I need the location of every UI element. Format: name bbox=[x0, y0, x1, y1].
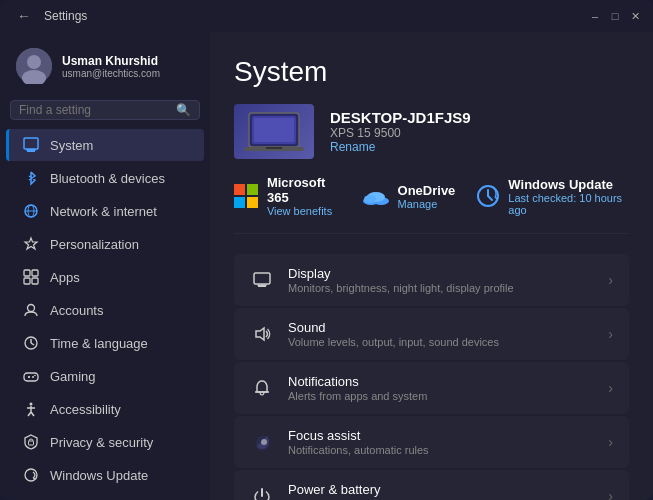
nav-icon-privacy bbox=[22, 433, 40, 451]
device-card: DESKTOP-JD1FJS9 XPS 15 9500 Rename bbox=[234, 104, 629, 159]
settings-subtitle-focus: Notifications, automatic rules bbox=[288, 444, 594, 456]
svg-rect-38 bbox=[247, 197, 258, 208]
winupdate-text: Windows Update Last checked: 10 hours ag… bbox=[508, 177, 629, 216]
title-bar-left: ← Settings bbox=[12, 4, 87, 28]
svg-rect-17 bbox=[24, 373, 38, 381]
nav-icon-update bbox=[22, 466, 40, 484]
device-info: DESKTOP-JD1FJS9 XPS 15 9500 Rename bbox=[330, 109, 471, 154]
settings-subtitle-notifications: Alerts from apps and system bbox=[288, 390, 594, 402]
back-button[interactable]: ← bbox=[12, 4, 36, 28]
svg-point-20 bbox=[32, 376, 34, 378]
maximize-button[interactable]: □ bbox=[609, 10, 621, 22]
nav-icon-apps bbox=[22, 268, 40, 286]
onedrive-icon bbox=[362, 182, 390, 210]
settings-icon-power bbox=[250, 484, 274, 500]
settings-title-power: Power & battery bbox=[288, 482, 594, 497]
window-title: Settings bbox=[44, 9, 87, 23]
settings-title-display: Display bbox=[288, 266, 594, 281]
sidebar-item-network[interactable]: Network & internet bbox=[6, 195, 204, 227]
nav-list: System Bluetooth & devices Network & int… bbox=[0, 128, 210, 492]
device-name: DESKTOP-JD1FJS9 bbox=[330, 109, 471, 126]
sidebar-item-personalization[interactable]: Personalization bbox=[6, 228, 204, 260]
svg-point-50 bbox=[261, 439, 267, 445]
settings-text-power: Power & battery Sleep, battery usage, ba… bbox=[288, 482, 594, 500]
nav-label-time: Time & language bbox=[50, 336, 148, 351]
page-title: System bbox=[234, 56, 629, 88]
settings-item-display[interactable]: Display Monitors, brightness, night ligh… bbox=[234, 254, 629, 306]
sidebar-item-update[interactable]: Windows Update bbox=[6, 459, 204, 491]
user-name: Usman Khurshid bbox=[62, 54, 160, 68]
svg-rect-47 bbox=[257, 285, 267, 286]
nav-icon-time bbox=[22, 334, 40, 352]
nav-label-accessibility: Accessibility bbox=[50, 402, 121, 417]
svg-rect-10 bbox=[32, 270, 38, 276]
sidebar-item-apps[interactable]: Apps bbox=[6, 261, 204, 293]
chevron-icon-notifications: › bbox=[608, 380, 613, 396]
content-area: Usman Khurshid usman@itechtics.com 🔍 Sys… bbox=[0, 32, 653, 500]
sidebar-item-system[interactable]: System bbox=[6, 129, 204, 161]
quick-link-onedrive[interactable]: OneDrive Manage bbox=[362, 175, 456, 217]
settings-subtitle-display: Monitors, brightness, night light, displ… bbox=[288, 282, 594, 294]
onedrive-text: OneDrive Manage bbox=[398, 183, 456, 210]
minimize-button[interactable]: – bbox=[589, 10, 601, 22]
sidebar-item-privacy[interactable]: Privacy & security bbox=[6, 426, 204, 458]
sidebar-item-accessibility[interactable]: Accessibility bbox=[6, 393, 204, 425]
sidebar-item-time[interactable]: Time & language bbox=[6, 327, 204, 359]
chevron-icon-focus: › bbox=[608, 434, 613, 450]
avatar bbox=[16, 48, 52, 84]
chevron-icon-power: › bbox=[608, 488, 613, 500]
settings-icon-focus bbox=[250, 430, 274, 454]
svg-rect-5 bbox=[26, 149, 36, 151]
svg-rect-37 bbox=[234, 197, 245, 208]
svg-point-21 bbox=[34, 375, 36, 377]
chevron-icon-sound: › bbox=[608, 326, 613, 342]
ms365-subtitle: View benefits bbox=[267, 205, 342, 217]
settings-text-sound: Sound Volume levels, output, input, soun… bbox=[288, 320, 594, 348]
search-input[interactable] bbox=[19, 103, 176, 117]
onedrive-title: OneDrive bbox=[398, 183, 456, 198]
winupdate-icon bbox=[475, 182, 500, 210]
sidebar-item-bluetooth[interactable]: Bluetooth & devices bbox=[6, 162, 204, 194]
nav-label-system: System bbox=[50, 138, 93, 153]
settings-item-sound[interactable]: Sound Volume levels, output, input, soun… bbox=[234, 308, 629, 360]
svg-rect-9 bbox=[24, 270, 30, 276]
svg-rect-45 bbox=[254, 273, 270, 284]
quick-link-winupdate[interactable]: Windows Update Last checked: 10 hours ag… bbox=[475, 175, 629, 217]
quick-links: Microsoft 365 View benefits bbox=[234, 175, 629, 234]
nav-icon-bluetooth bbox=[22, 169, 40, 187]
svg-point-42 bbox=[364, 195, 376, 203]
nav-label-personalization: Personalization bbox=[50, 237, 139, 252]
search-box[interactable]: 🔍 bbox=[10, 100, 200, 120]
svg-point-22 bbox=[30, 403, 33, 406]
settings-item-power[interactable]: Power & battery Sleep, battery usage, ba… bbox=[234, 470, 629, 500]
settings-item-focus[interactable]: Focus assist Notifications, automatic ru… bbox=[234, 416, 629, 468]
settings-title-focus: Focus assist bbox=[288, 428, 594, 443]
nav-icon-accessibility bbox=[22, 400, 40, 418]
svg-line-16 bbox=[31, 343, 34, 345]
settings-window: ← Settings – □ ✕ Usman Khurshid bbox=[0, 0, 653, 500]
svg-rect-3 bbox=[24, 138, 38, 149]
device-model: XPS 15 9500 bbox=[330, 126, 471, 140]
settings-list: Display Monitors, brightness, night ligh… bbox=[234, 254, 629, 500]
sidebar-item-gaming[interactable]: Gaming bbox=[6, 360, 204, 392]
search-icon: 🔍 bbox=[176, 103, 191, 117]
nav-label-bluetooth: Bluetooth & devices bbox=[50, 171, 165, 186]
main-content: System DESKTOP-JD1FJS9 XPS 15 9500 Renam… bbox=[210, 32, 653, 500]
sidebar: Usman Khurshid usman@itechtics.com 🔍 Sys… bbox=[0, 32, 210, 500]
svg-rect-34 bbox=[266, 147, 282, 149]
settings-text-display: Display Monitors, brightness, night ligh… bbox=[288, 266, 594, 294]
settings-icon-display bbox=[250, 268, 274, 292]
settings-text-focus: Focus assist Notifications, automatic ru… bbox=[288, 428, 594, 456]
svg-rect-36 bbox=[247, 184, 258, 195]
close-button[interactable]: ✕ bbox=[629, 10, 641, 22]
settings-title-sound: Sound bbox=[288, 320, 594, 335]
ms365-icon bbox=[234, 182, 259, 210]
nav-icon-network bbox=[22, 202, 40, 220]
quick-link-ms365[interactable]: Microsoft 365 View benefits bbox=[234, 175, 342, 217]
nav-icon-accounts bbox=[22, 301, 40, 319]
settings-subtitle-sound: Volume levels, output, input, sound devi… bbox=[288, 336, 594, 348]
sidebar-item-accounts[interactable]: Accounts bbox=[6, 294, 204, 326]
svg-rect-32 bbox=[254, 118, 294, 142]
rename-link[interactable]: Rename bbox=[330, 140, 471, 154]
settings-item-notifications[interactable]: Notifications Alerts from apps and syste… bbox=[234, 362, 629, 414]
